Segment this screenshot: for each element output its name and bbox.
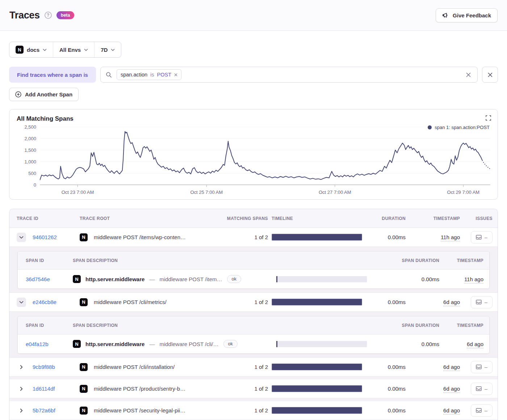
timestamp-value: 6d ago [443, 407, 460, 415]
span-row: 36d7546e N http.server.middleware — midd… [18, 270, 489, 288]
col-issues: ISSUES [464, 216, 493, 221]
row-separator [9, 377, 498, 379]
span-id-link[interactable]: 36d7546e [26, 276, 69, 282]
issues-button[interactable]: – [471, 383, 493, 395]
col-timestamp: TIMESTAMP [409, 216, 460, 221]
remove-span-query-button[interactable] [482, 67, 498, 83]
col-trace-root: TRACE ROOT [80, 216, 203, 221]
col-span-timestamp: TIMESTAMP [443, 258, 483, 263]
timestamp-value: 6d ago [443, 386, 460, 393]
col-duration: DURATION [366, 216, 406, 221]
issues-button[interactable]: – [471, 231, 493, 244]
remove-filter-icon[interactable] [174, 73, 177, 76]
trace-id-link[interactable]: 1d6114df [33, 386, 76, 392]
clear-search-icon[interactable] [465, 71, 472, 79]
span-timeline-bar [276, 341, 367, 347]
project-selector[interactable]: N docs [9, 42, 53, 57]
filter-operator[interactable]: is [150, 72, 154, 78]
span-status-badge: ok [227, 275, 241, 283]
spans-table-header: SPAN ID SPAN DESCRIPTION SPAN DURATION T… [18, 251, 489, 270]
table-row: 94601262 N middleware POST /items/wp-con… [9, 228, 498, 247]
matching-spans-value: 1 of 2 [206, 407, 268, 413]
give-feedback-label: Give Feedback [453, 12, 491, 18]
col-matching-spans: MATCHING SPANS [206, 216, 268, 221]
col-span-duration: SPAN DURATION [370, 258, 439, 263]
span-row: e04fa12b N http.server.middleware — midd… [18, 334, 489, 353]
give-feedback-button[interactable]: Give Feedback [436, 8, 498, 22]
timestamp-value: 6d ago [443, 364, 460, 371]
help-icon[interactable]: ? [45, 12, 52, 19]
traces-table: TRACE ID TRACE ROOT MATCHING SPANS TIMEL… [9, 209, 498, 420]
trace-id-link[interactable]: 94601262 [33, 234, 76, 240]
chevron-down-icon [19, 301, 24, 304]
trace-root-label: middleware POST /items/wp-conten… [94, 234, 186, 240]
issues-empty-dash: – [485, 299, 487, 305]
span-separator: — [149, 276, 155, 282]
span-search-input[interactable]: span.action is POST [100, 67, 478, 83]
table-row: 9cb9f88b N middleware POST /cli/installa… [9, 358, 498, 377]
col-span-id: SPAN ID [26, 323, 69, 328]
issues-inbox-icon [476, 386, 482, 391]
filter-key: span.action [121, 72, 147, 78]
expand-trace-button[interactable] [17, 365, 26, 369]
duration-value: 0.00ms [366, 234, 406, 240]
timeline-bar [272, 234, 362, 241]
table-row: 1d6114df N middleware POST /product/sent… [9, 379, 498, 398]
matching-spans-value: 1 of 2 [206, 364, 268, 370]
span-search-row: Find traces where a span is span.action … [9, 67, 498, 83]
date-range-selector[interactable]: 7D [94, 42, 121, 57]
search-filter-chip[interactable]: span.action is POST [117, 69, 181, 80]
duration-value: 0.00ms [366, 364, 406, 370]
span-description-label: middleware POST /item… [159, 276, 222, 282]
timestamp-value: 11h ago [441, 234, 460, 241]
col-span-duration: SPAN DURATION [370, 323, 439, 328]
duration-value: 0.00ms [366, 407, 406, 413]
beta-badge: beta [56, 11, 75, 19]
issues-empty-dash: – [485, 234, 487, 240]
all-matching-spans-panel: All Matching Spans span 1: span.action:P… [9, 109, 498, 200]
project-selector-label: docs [27, 47, 39, 53]
chevron-right-icon [20, 365, 23, 369]
trace-id-link[interactable]: 5b72a6bf [33, 407, 76, 413]
span-op-label: http.server.middleware [85, 276, 144, 282]
span-id-link[interactable]: e04fa12b [26, 341, 69, 347]
expand-trace-button[interactable] [17, 387, 26, 391]
issues-button[interactable]: – [471, 296, 493, 308]
issues-inbox-icon [476, 235, 482, 240]
nextjs-project-icon: N [80, 385, 88, 393]
add-another-span-label: Add Another Span [25, 91, 72, 97]
environment-selector-label: All Envs [59, 47, 81, 53]
filter-value[interactable]: POST [157, 72, 171, 78]
span-timestamp-value: 6d ago [467, 341, 483, 348]
issues-empty-dash: – [485, 408, 487, 413]
trace-id-link[interactable]: 9cb9f88b [33, 364, 76, 370]
span-status-badge: ok [223, 340, 238, 348]
chart-area: 05001,0001,5002,0002,500 [17, 127, 490, 187]
find-traces-label: Find traces where a span is [9, 67, 96, 83]
date-range-selector-label: 7D [101, 47, 108, 53]
col-span-description: SPAN DESCRIPTION [73, 258, 273, 263]
spans-table-header: SPAN ID SPAN DESCRIPTION SPAN DURATION T… [18, 316, 489, 334]
chevron-right-icon [20, 387, 23, 391]
col-timeline: TIMELINE [272, 216, 362, 221]
issues-empty-dash: – [485, 386, 487, 392]
collapse-trace-button[interactable] [17, 233, 26, 242]
collapse-trace-button[interactable] [17, 298, 26, 307]
chart-legend[interactable]: span 1: span.action:POST [426, 125, 490, 130]
chart-plot [40, 127, 490, 187]
matching-spans-value: 1 of 2 [206, 299, 268, 305]
trace-id-link[interactable]: e246cb8e [33, 299, 76, 305]
expand-chart-icon[interactable] [486, 115, 491, 121]
nextjs-project-icon: N [80, 363, 88, 371]
issues-empty-dash: – [485, 364, 487, 370]
issues-button[interactable]: – [471, 404, 493, 417]
span-separator: — [149, 341, 155, 347]
issues-button[interactable]: – [471, 361, 493, 373]
trace-root-label: middleware POST /cli/installation/ [94, 364, 175, 370]
environment-selector[interactable]: All Envs [53, 42, 94, 57]
add-another-span-button[interactable]: Add Another Span [9, 88, 79, 101]
top-bar: Traces ? beta Give Feedback [0, 0, 507, 31]
expand-trace-button[interactable] [17, 408, 26, 413]
span-description-label: middleware POST /cli/… [159, 341, 218, 347]
issues-inbox-icon [476, 365, 482, 369]
